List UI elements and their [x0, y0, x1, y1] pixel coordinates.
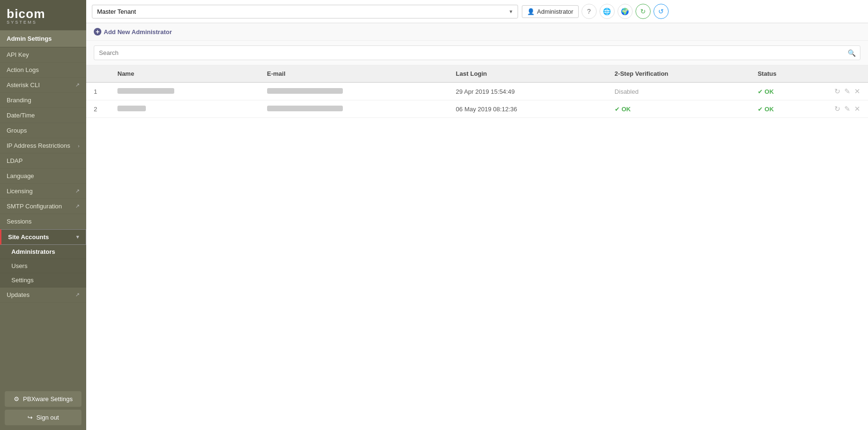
sidebar-item-label-date-time: Date/Time: [7, 112, 35, 119]
search-icon: 🔍: [848, 49, 856, 57]
sidebar-item-label-api-key: API Key: [7, 51, 29, 58]
admin-settings-header: Admin Settings: [0, 30, 86, 47]
sidebar-item-label-site-accounts: Site Accounts: [8, 233, 49, 241]
row-num: 2: [86, 100, 110, 118]
row-status: ✔ OK: [750, 100, 821, 118]
search-input[interactable]: [94, 45, 860, 60]
sidebar-item-label-updates: Updates: [7, 291, 29, 298]
col-status: Status: [750, 65, 821, 82]
col-name: Name: [110, 65, 260, 82]
sidebar-item-label-branding: Branding: [7, 97, 31, 104]
sidebar-item-language[interactable]: Language: [0, 169, 86, 184]
sidebar-item-licensing[interactable]: Licensing↗: [0, 184, 86, 199]
globe-alt-icon-button[interactable]: 🌍: [617, 4, 633, 19]
col-email: E-mail: [260, 65, 448, 82]
delete-row-icon[interactable]: ✕: [854, 105, 860, 113]
sidebar-item-label-sessions: Sessions: [7, 218, 32, 225]
tenant-select[interactable]: Master Tenant: [92, 5, 518, 18]
sidebar-item-label-action-logs: Action Logs: [7, 66, 39, 73]
sidebar-item-api-key[interactable]: API Key: [0, 47, 86, 63]
sidebar-item-asterisk-cli[interactable]: Asterisk CLI↗: [0, 78, 86, 93]
sidebar-item-label-ldap: LDAP: [7, 157, 23, 164]
sidebar-item-updates[interactable]: Updates↗: [0, 287, 86, 303]
pbxware-settings-button[interactable]: ⚙ PBXware Settings: [5, 391, 81, 407]
row-actions: ↻ ✎ ✕: [821, 82, 868, 100]
content-area: + Add New Administrator 🔍 Name E-mail La…: [86, 23, 868, 430]
row-email: [260, 82, 448, 100]
table-area: Name E-mail Last Login 2-Step Verificati…: [86, 65, 868, 430]
pbxware-btn-label: PBXware Settings: [23, 395, 73, 403]
submenu-item-administrators[interactable]: Administrators: [0, 245, 86, 259]
row-2step: Disabled: [607, 82, 750, 100]
signout-button[interactable]: ↪ Sign out: [5, 410, 81, 425]
chevron-icon: ▾: [76, 234, 79, 240]
external-link-icon: ↗: [75, 82, 80, 88]
table-header-row: Name E-mail Last Login 2-Step Verificati…: [86, 65, 868, 82]
submenu-item-settings[interactable]: Settings: [0, 273, 86, 287]
check-icon: ✔: [758, 106, 763, 113]
sidebar-logo: bicom SYSTEMS: [0, 0, 86, 30]
table-body: 129 Apr 2019 15:54:49Disabled✔ OK ↻ ✎ ✕ …: [86, 82, 868, 118]
sidebar-item-date-time[interactable]: Date/Time: [0, 108, 86, 123]
delete-row-icon[interactable]: ✕: [854, 87, 860, 96]
check-icon: ✔: [615, 106, 620, 113]
submenu-item-users[interactable]: Users: [0, 259, 86, 273]
sidebar-item-groups[interactable]: Groups: [0, 123, 86, 138]
sidebar-item-label-groups: Groups: [7, 127, 27, 134]
logo-text: bicom: [7, 8, 80, 20]
sidebar-item-sessions[interactable]: Sessions: [0, 214, 86, 229]
col-2step: 2-Step Verification: [607, 65, 750, 82]
external-link-icon: ↗: [75, 203, 80, 209]
sidebar-item-ldap[interactable]: LDAP: [0, 153, 86, 169]
gear-icon: ⚙: [14, 395, 19, 403]
table-row: 129 Apr 2019 15:54:49Disabled✔ OK ↻ ✎ ✕: [86, 82, 868, 100]
sidebar: bicom SYSTEMS Admin Settings API KeyActi…: [0, 0, 86, 430]
check-icon: ✔: [758, 88, 763, 95]
row-last-login: 29 Apr 2019 15:54:49: [448, 82, 607, 100]
sidebar-item-site-accounts[interactable]: Site Accounts▾: [0, 229, 86, 245]
row-name: [110, 82, 260, 100]
edit-row-icon[interactable]: ✎: [844, 105, 850, 113]
sidebar-bottom: ⚙ PBXware Settings ↪ Sign out: [0, 386, 86, 430]
sidebar-item-branding[interactable]: Branding: [0, 93, 86, 108]
col-num: [86, 65, 110, 82]
sidebar-item-label-ip-address-restrictions: IP Address Restrictions: [7, 142, 70, 149]
sidebar-item-action-logs[interactable]: Action Logs: [0, 63, 86, 78]
add-bar: + Add New Administrator: [86, 23, 868, 41]
search-bar: 🔍: [86, 41, 868, 65]
tenant-select-wrap: Master Tenant: [92, 5, 518, 18]
globe-icon-button[interactable]: 🌐: [600, 4, 615, 19]
row-num: 1: [86, 82, 110, 100]
row-last-login: 06 May 2019 08:12:36: [448, 100, 607, 118]
sidebar-item-smtp-configuration[interactable]: SMTP Configuration↗: [0, 199, 86, 214]
site-accounts-submenu: AdministratorsUsersSettings: [0, 245, 86, 287]
signout-icon: ↪: [27, 414, 33, 421]
user-icon: 👤: [527, 8, 535, 15]
refresh-green-icon-button[interactable]: ↻: [635, 4, 651, 19]
refresh-row-icon[interactable]: ↻: [834, 87, 841, 96]
sidebar-item-label-language: Language: [7, 172, 34, 179]
table-header: Name E-mail Last Login 2-Step Verificati…: [86, 65, 868, 82]
external-link-icon: ↗: [75, 188, 80, 194]
edit-row-icon[interactable]: ✎: [844, 87, 850, 96]
admin-label: Administrator: [537, 8, 573, 15]
status-value: OK: [765, 106, 774, 113]
row-status: ✔ OK: [750, 82, 821, 100]
sidebar-item-ip-address-restrictions[interactable]: IP Address Restrictions›: [0, 138, 86, 153]
sidebar-item-label-smtp-configuration: SMTP Configuration: [7, 203, 62, 210]
row-email: [260, 100, 448, 118]
main: Master Tenant 👤 Administrator ? 🌐 🌍 ↻ ↺ …: [86, 0, 868, 430]
signout-btn-label: Sign out: [36, 414, 59, 421]
status-value: OK: [765, 88, 774, 95]
two-step-value: Disabled: [615, 88, 639, 95]
external-link-icon: ↗: [75, 292, 80, 298]
table-row: 206 May 2019 08:12:36✔ OK✔ OK ↻ ✎ ✕: [86, 100, 868, 118]
refresh-blue-icon-button[interactable]: ↺: [653, 4, 669, 19]
sidebar-nav: API KeyAction LogsAsterisk CLI↗BrandingD…: [0, 47, 86, 303]
help-icon-button[interactable]: ?: [582, 4, 597, 19]
refresh-row-icon[interactable]: ↻: [834, 105, 841, 113]
add-button-label: Add New Administrator: [104, 28, 172, 36]
col-actions: [821, 65, 868, 82]
row-name: [110, 100, 260, 118]
add-administrator-button[interactable]: + Add New Administrator: [94, 28, 172, 36]
